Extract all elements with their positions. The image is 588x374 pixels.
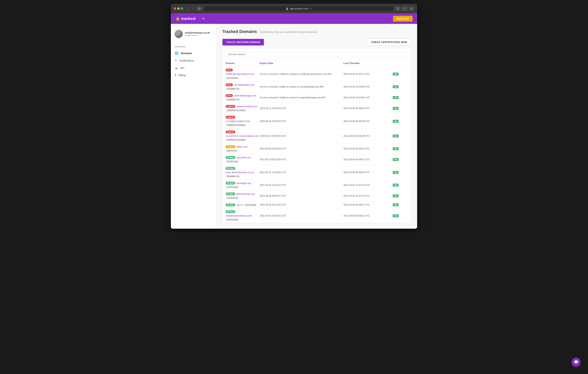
domain-search-input[interactable]	[226, 51, 408, 57]
table-row: 66 days packagist.org Let's Encrypt 2021…	[223, 180, 411, 191]
status-badge: Error	[226, 83, 233, 86]
forward-button[interactable]: ›	[191, 7, 195, 11]
ok-cell: Ok	[393, 107, 408, 110]
table-row: Expired no-common-name.badssl.com COMODO…	[223, 129, 411, 143]
domain-cell: Error www.kibakoapp.com Cloudflare, Inc.	[226, 94, 260, 101]
domain-link[interactable]: my.kibakoapp.com	[234, 83, 254, 86]
ok-cell: Ok	[393, 214, 408, 217]
domain-link[interactable]: no-subject.badssl.com	[226, 120, 250, 123]
close-button[interactable]	[174, 7, 176, 10]
table-row: 82 days getcomposer.org Let's Encrypt 20…	[223, 191, 411, 201]
domain-link[interactable]: shotdeadinthehead.com	[226, 214, 252, 217]
last-checked-value: 2021-04-05 14:44:58 UTC	[343, 96, 370, 99]
sidebar-item-notifications-label: Notifications	[179, 59, 194, 62]
expiry-cell: 2020-06-22 23:59:59 UTC	[260, 135, 343, 137]
status-badge: Error	[226, 94, 233, 97]
issuer-badge: COMODO CA Limited	[226, 139, 246, 141]
domain-link[interactable]: packagist.org	[236, 182, 251, 184]
col-domain: Domain	[226, 62, 260, 64]
table-header: Domain Expiry Date Last Checked	[223, 60, 411, 67]
table-row: 56 days www.absolutemusic.co.uk Cloudfla…	[223, 165, 411, 180]
expiry-cell: 2021-06-30 02:19:05 UTC	[260, 203, 343, 206]
expiry-cell: 2021-05-04 23:59:59 UTC	[260, 147, 343, 150]
expiry-cell: 2021-06-26 08:45:57 UTC	[260, 195, 343, 197]
toolbar-right: ⬆ ＋ ⊟	[395, 6, 414, 11]
expiry-cell: 2021-05-19 09:25:05 UTC	[260, 158, 343, 161]
status-badge: 86 days	[226, 203, 235, 206]
domain-cell: Expired expired.badssl.com COMODO CA Lim…	[226, 105, 260, 112]
last-checked-value: 2021-04-05 08:48:07 UTC	[343, 107, 370, 110]
user-role[interactable]: Small User ▾	[185, 34, 210, 37]
domain-link[interactable]: expired.badssl.com	[236, 105, 258, 108]
last-checked-cell: 2021-04-05 12:47:13 UTC	[343, 195, 393, 197]
table-search	[223, 49, 411, 60]
issuer-badge: Cloudflare, Inc.	[226, 87, 241, 90]
domain-cell: Expired no-subject.badssl.com COMODO CA …	[226, 116, 260, 127]
domain-cell: 66 days packagist.org Let's Encrypt	[226, 182, 260, 189]
last-checked-value: 2021-04-05 14:43:21 UTC	[343, 73, 370, 75]
issuer-badge: COMODO CA Limited	[226, 109, 246, 112]
status-badge: 66 days	[226, 182, 235, 184]
status-badge: Expired	[226, 130, 235, 133]
globe-icon: 🌐	[175, 51, 178, 55]
issuer-badge: COMODO CA Limited	[226, 124, 246, 127]
minimize-button[interactable]	[177, 7, 179, 10]
status-badge: Error	[226, 69, 233, 71]
domain-link[interactable]: red.to	[236, 203, 243, 206]
sidebar-item-notifications[interactable]: ✈ Notifications	[171, 57, 216, 64]
domain-link[interactable]: certificate.api.trackssl.com	[226, 73, 254, 75]
page-header: Tracked Domains Certificates that are cu…	[222, 29, 411, 34]
sidebar-item-billing[interactable]: $ Billing	[171, 72, 216, 79]
domain-link[interactable]: no-common-name.badssl.com	[226, 135, 259, 137]
ok-cell: Ok	[393, 171, 408, 174]
hamburger-menu[interactable]: ≡	[202, 17, 205, 21]
expiry-cell: 2021-07-02 16:47:06 UTC	[260, 214, 343, 217]
col-expiry: Expiry Date	[260, 62, 343, 64]
back-button[interactable]: ‹	[187, 7, 190, 11]
last-checked-cell: 2021-04-05 08:48:02 UTC	[343, 214, 393, 217]
share-button[interactable]: ⬆	[395, 6, 400, 11]
track-another-domain-button[interactable]: TRACK ANOTHER DOMAIN	[222, 39, 264, 45]
ok-cell: Ok	[393, 73, 408, 75]
expiry-cell: An error occurred: Unable to connect to …	[260, 96, 343, 99]
maximize-button[interactable]	[181, 7, 183, 10]
status-badge: 30 days	[226, 145, 235, 148]
lock-icon: 🔒	[286, 7, 289, 10]
domain-cell: 86 days red.to Let's Encrypt	[226, 203, 260, 206]
options-label: OPTIONS	[171, 42, 216, 49]
last-checked-value: 2021-04-05 08:48:08 UTC	[343, 120, 370, 123]
domain-link[interactable]: stripe.com	[236, 145, 248, 148]
domain-link[interactable]: space48.com	[236, 156, 251, 159]
domain-cell: 89 days shotdeadinthehead.com Let's Encr…	[226, 210, 260, 221]
col-status	[393, 62, 408, 64]
tab-overview-button[interactable]: ⊟	[409, 6, 414, 11]
last-checked-value: 2021-04-05 08:48:00 UTC	[343, 171, 370, 174]
domain-link[interactable]: getcomposer.org	[236, 192, 255, 195]
refresh-icon[interactable]: ↻	[310, 7, 312, 10]
sidebar-item-api[interactable]: ☁ API	[171, 64, 216, 72]
new-tab-button[interactable]: ＋	[402, 6, 408, 11]
sign-out-button[interactable]: SIGN OUT	[393, 16, 413, 21]
notifications-icon: ✈	[175, 59, 177, 62]
app-header: 🔒 trackssl ≡ SIGN OUT	[171, 13, 417, 24]
domain-link[interactable]: www.absolutemusic.co.uk	[226, 171, 254, 174]
domain-link[interactable]: www.kibakoapp.com	[234, 94, 256, 97]
address-bar[interactable]: 🔒 app.trackssl.com ↻	[204, 6, 393, 11]
last-checked-cell: 2021-04-05 14:43:21 UTC	[343, 73, 393, 75]
sidebar-item-domains[interactable]: 🌐 Domains	[171, 49, 216, 57]
check-certificates-button[interactable]: CHECK CERTIFICATES NOW	[367, 39, 411, 46]
action-bar: TRACK ANOTHER DOMAIN CHECK CERTIFICATES …	[222, 39, 411, 46]
sidebar-toggle-button[interactable]: ⊞	[197, 6, 202, 11]
domain-cell: Expired no-common-name.badssl.com COMODO…	[226, 130, 260, 141]
last-checked-value: 2021-04-05 08:48:15 UTC	[343, 147, 370, 150]
main-content: Tracked Domains Certificates that are cu…	[216, 24, 417, 229]
last-checked-cell: 2021-04-05 08:48:07 UTC	[343, 203, 393, 206]
last-checked-cell: 2021-04-05 08:48:07 UTC	[343, 107, 393, 110]
table-row: Error my.kibakoapp.com Cloudflare, Inc. …	[223, 82, 411, 92]
last-checked-cell: 2021-04-05 14:44:59 UTC	[343, 85, 393, 88]
last-checked-cell: 2021-04-05 08:48:08 UTC	[343, 120, 393, 123]
browser-titlebar: ‹ › ⊞ 🔒 app.trackssl.com ↻ ⬆ ＋ ⊟	[171, 4, 417, 13]
ok-cell: Ok	[393, 120, 408, 123]
ok-cell: Ok	[393, 96, 408, 99]
domains-table: Domain Expiry Date Last Checked Error ce…	[222, 49, 411, 223]
